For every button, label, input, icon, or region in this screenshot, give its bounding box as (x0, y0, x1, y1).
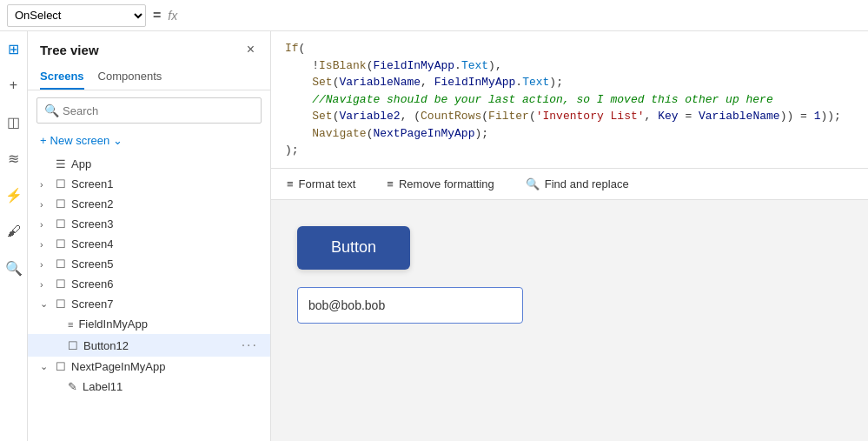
on-select-dropdown[interactable]: OnSelect (7, 4, 146, 27)
screen-icon: ☐ (56, 360, 66, 373)
item-label: Label11 (83, 380, 258, 393)
remove-formatting-label: Remove formatting (399, 177, 494, 190)
tree-item-screen2[interactable]: › ☐ Screen2 (28, 194, 270, 214)
fx-label: fx (168, 9, 177, 23)
item-label: Screen7 (71, 297, 258, 311)
search-box: 🔍 (36, 97, 262, 124)
find-replace-button[interactable]: 🔍 Find and replace (520, 174, 634, 194)
format-text-icon: ≡ (287, 177, 294, 190)
screen-icon: ☐ (56, 297, 66, 311)
chevron-icon: › (40, 239, 52, 250)
right-area: If( !IsBlank(FieldInMyApp.Text), Set(Var… (271, 31, 868, 441)
button-icon: ☐ (68, 339, 78, 352)
tab-components[interactable]: Components (98, 64, 162, 90)
more-options-icon[interactable]: ··· (242, 337, 258, 353)
search-input[interactable] (63, 104, 254, 117)
item-label: Screen5 (71, 257, 258, 271)
chevron-down-icon: ⌄ (113, 134, 123, 147)
code-editor[interactable]: If( !IsBlank(FieldInMyApp.Text), Set(Var… (271, 31, 868, 169)
tree-item-screen6[interactable]: › ☐ Screen6 (28, 274, 270, 294)
remove-formatting-button[interactable]: ≡ Remove formatting (381, 174, 499, 194)
add-icon[interactable]: + (3, 75, 24, 96)
chevron-icon: › (40, 179, 52, 190)
tree-item-screen3[interactable]: › ☐ Screen3 (28, 214, 270, 234)
format-text-label: Format text (299, 177, 356, 190)
close-button[interactable]: × (243, 40, 258, 59)
screen-icon: ☐ (56, 177, 66, 190)
layers-icon[interactable]: ⊞ (3, 38, 24, 59)
item-label: Button12 (83, 339, 238, 352)
format-toolbar: ≡ Format text ≡ Remove formatting 🔍 Find… (271, 169, 868, 200)
screen-icon: ☐ (56, 217, 66, 231)
plus-icon: + (40, 134, 47, 147)
fx-button[interactable]: fx (168, 9, 177, 23)
item-label: Screen4 (71, 237, 258, 251)
tree-item-screen1[interactable]: › ☐ Screen1 (28, 174, 270, 194)
main-layout: ⊞ + ◫ ≋ ⚡ 🖌 🔍 Tree view × Screens Compon… (0, 31, 868, 441)
screen-icon: ☐ (56, 277, 66, 291)
tree-items: ☰ App › ☐ Screen1 › ☐ Screen2 › ☐ Screen… (28, 154, 270, 441)
tree-item-screen7[interactable]: ⌄ ☐ Screen7 (28, 294, 270, 314)
equals-symbol: = (153, 8, 161, 23)
tree-title: Tree view (40, 43, 99, 57)
item-label: FieldInMyApp (78, 317, 258, 331)
item-label: Screen6 (71, 277, 258, 291)
input-control[interactable]: bob@bob.bob (297, 287, 523, 324)
tree-tabs: Screens Components (28, 64, 270, 90)
item-label: App (71, 157, 258, 170)
new-screen-label: New screen (50, 134, 110, 147)
item-label: NextPageInMyApp (71, 360, 258, 373)
label-icon: ✎ (68, 380, 77, 393)
tree-item-screen5[interactable]: › ☐ Screen5 (28, 254, 270, 274)
search-icon: 🔍 (44, 104, 59, 117)
tree-item-nextpage[interactable]: ⌄ ☐ NextPageInMyApp (28, 357, 270, 377)
variables-icon[interactable]: ≋ (3, 148, 24, 169)
new-screen-button[interactable]: + New screen ⌄ (28, 130, 270, 150)
connections-icon[interactable]: ⚡ (3, 184, 24, 205)
item-label: Screen2 (71, 197, 258, 210)
chevron-icon: › (40, 279, 52, 290)
find-icon: 🔍 (526, 177, 540, 190)
screen-icon: ☐ (56, 257, 66, 271)
screen-icon: ☐ (56, 197, 66, 210)
screen-icon: ☐ (56, 237, 66, 251)
tree-header: Tree view × (28, 31, 270, 64)
top-bar: OnSelect = fx (0, 0, 868, 31)
tree-panel: Tree view × Screens Components 🔍 + New s… (28, 31, 271, 441)
field-icon: ≡ (68, 319, 73, 330)
item-label: Screen3 (71, 217, 258, 231)
tree-item-button12[interactable]: ☐ Button12 ··· (28, 334, 270, 357)
tree-item-screen4[interactable]: › ☐ Screen4 (28, 234, 270, 254)
canvas-area: Button bob@bob.bob (271, 200, 868, 442)
chevron-icon: › (40, 259, 52, 270)
find-replace-label: Find and replace (545, 177, 629, 190)
tree-item-label11[interactable]: ✎ Label11 (28, 377, 270, 397)
chevron-icon: ⌄ (40, 361, 52, 372)
icon-rail: ⊞ + ◫ ≋ ⚡ 🖌 🔍 (0, 31, 28, 441)
button-label: Button (331, 238, 376, 257)
chevron-icon: ⌄ (40, 298, 52, 310)
format-text-button[interactable]: ≡ Format text (282, 174, 361, 194)
paint-icon[interactable]: 🖌 (3, 221, 24, 242)
input-value: bob@bob.bob (308, 298, 385, 312)
component-icon[interactable]: ◫ (3, 111, 24, 132)
chevron-icon: › (40, 199, 52, 210)
item-label: Screen1 (71, 177, 258, 190)
remove-format-icon: ≡ (387, 177, 394, 190)
tree-item-field-in-myapp[interactable]: ≡ FieldInMyApp (28, 314, 270, 334)
tab-screens[interactable]: Screens (40, 64, 84, 90)
search-icon[interactable]: 🔍 (3, 257, 24, 278)
button-control[interactable]: Button (297, 226, 410, 270)
app-icon: ☰ (56, 157, 66, 170)
chevron-icon: › (40, 219, 52, 230)
tree-item-app[interactable]: ☰ App (28, 154, 270, 174)
